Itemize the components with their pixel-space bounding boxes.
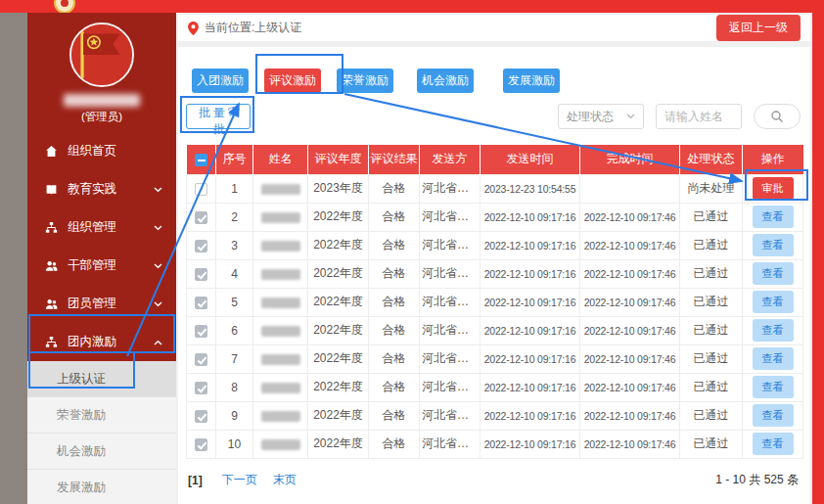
view-button[interactable]: 查看 [753, 433, 794, 455]
row-checkbox[interactable] [195, 183, 207, 196]
sidebar-item-4[interactable]: 干部管理 [27, 247, 176, 285]
tab-1[interactable]: 入团激励 [192, 69, 249, 93]
approve-button[interactable]: 审批 [753, 177, 794, 200]
redacted-name [261, 184, 300, 195]
search-button[interactable] [754, 104, 801, 129]
cell-done-time: 2022-12-10 09:17:46 [580, 288, 680, 316]
view-button[interactable]: 查看 [753, 206, 794, 228]
sidebar-item-label: 教育实践 [68, 181, 116, 198]
book-icon [45, 183, 59, 196]
sidebar-subitem-label: 上级认证 [57, 371, 106, 388]
column-header: 序号 [216, 145, 253, 174]
cell-status: 已通过 [680, 401, 743, 430]
batch-approve-button[interactable]: 批量审批 [186, 104, 251, 129]
status-filter-select[interactable]: 处理状态 [558, 104, 644, 129]
table-row: 4 2022年度 合格 河北省邯郸... 2022-12-10 09:17:16… [187, 259, 803, 288]
cell-action: 查看 [743, 259, 803, 288]
column-header: 发送时间 [481, 145, 580, 174]
cell-review-year: 2022年度 [308, 430, 369, 458]
league-emblem-logo [69, 23, 134, 87]
cell-sent-time: 2022-12-10 09:17:16 [481, 203, 580, 231]
view-button[interactable]: 查看 [753, 291, 794, 313]
table-row: 7 2022年度 合格 河北省邯郸... 2022-12-10 09:17:16… [187, 344, 803, 373]
table-body: 1 2023年度 合格 河北省邯郸... 2023-12-23 10:54:55… [187, 174, 803, 458]
sidebar-item-1[interactable]: 组织首页 [27, 132, 176, 170]
view-button[interactable]: 查看 [753, 319, 794, 342]
chevron-down-icon [154, 301, 162, 307]
cell-sender: 河北省邯郸... [420, 174, 481, 203]
main-content: 当前位置:上级认证 返回上一级 入团激励评议激励荣誉激励机会激励发展激励 批量审… [176, 13, 812, 504]
row-checkbox[interactable] [195, 297, 207, 309]
cell-status: 已通过 [680, 231, 743, 259]
cell-status: 已通过 [680, 316, 743, 344]
redacted-name [261, 354, 300, 365]
row-checkbox[interactable] [195, 268, 207, 281]
column-header: 发送方 [420, 145, 481, 174]
cell-index: 9 [216, 401, 253, 430]
sidebar-item-label: 组织首页 [68, 143, 116, 160]
row-checkbox[interactable] [195, 382, 207, 394]
cell-index: 7 [216, 344, 253, 373]
select-all-checkbox[interactable] [195, 154, 207, 166]
cell-review-year: 2022年度 [308, 373, 369, 401]
table-row: 5 2022年度 合格 河北省邯郸... 2022-12-10 09:17:16… [187, 288, 803, 316]
column-header: 评议年度 [308, 145, 369, 174]
pagination: [1] 下一页 末页 [188, 472, 312, 488]
chevron-down-icon [154, 263, 162, 269]
sidebar-submenu: 上级认证 荣誉激励 机会激励 发展激励 [27, 361, 176, 504]
view-button[interactable]: 查看 [753, 347, 794, 370]
sidebar-item-2[interactable]: 教育实践 [27, 170, 176, 208]
sidebar-subitem-2[interactable]: 荣誉激励 [27, 397, 176, 434]
sidebar-subitem-4[interactable]: 发展激励 [27, 470, 176, 504]
view-button[interactable]: 查看 [753, 404, 794, 427]
name-search-input[interactable] [656, 104, 742, 129]
sidebar-item-5[interactable]: 团员管理 [27, 285, 176, 323]
view-button[interactable]: 查看 [753, 234, 794, 256]
cell-name [253, 174, 308, 203]
table-header-row: 序号姓名评议年度评议结果发送方发送时间完成时间处理状态操作 [187, 145, 803, 174]
redacted-name [261, 439, 300, 450]
cell-name [253, 430, 308, 458]
last-page-link[interactable]: 末页 [273, 472, 297, 488]
tab-3[interactable]: 荣誉激励 [337, 69, 393, 93]
cell-index: 10 [216, 430, 253, 458]
site-logo-icon [54, 0, 75, 13]
top-bar [0, 0, 824, 13]
column-header: 操作 [743, 145, 803, 174]
redacted-name [261, 212, 300, 223]
cell-name [253, 288, 308, 316]
row-checkbox[interactable] [195, 438, 207, 451]
cell-review-year: 2022年度 [308, 401, 369, 430]
cell-name [253, 373, 308, 401]
cell-status: 已通过 [680, 373, 743, 401]
row-checkbox[interactable] [195, 240, 207, 252]
cell-index: 4 [216, 259, 253, 288]
sidebar-subitem-1[interactable]: 上级认证 [27, 361, 176, 397]
next-page-link[interactable]: 下一页 [222, 472, 257, 488]
cell-review-result: 合格 [369, 231, 420, 259]
back-button[interactable]: 返回上一级 [716, 15, 801, 41]
row-checkbox[interactable] [195, 325, 207, 338]
sidebar-item-3[interactable]: 组织管理 [27, 208, 176, 247]
row-checkbox[interactable] [195, 211, 207, 224]
cell-done-time: 2022-12-10 09:17:46 [580, 316, 680, 344]
row-checkbox[interactable] [195, 410, 207, 423]
table-row: 3 2022年度 合格 河北省邯郸... 2022-12-10 09:17:16… [187, 231, 803, 259]
cell-action: 查看 [743, 373, 803, 401]
people-icon [45, 259, 59, 272]
tab-4[interactable]: 机会激励 [417, 69, 474, 93]
sidebar-item-6[interactable]: 团内激励 [27, 323, 176, 361]
sidebar-subitem-3[interactable]: 机会激励 [27, 434, 176, 470]
table-row: 6 2022年度 合格 河北省邯郸... 2022-12-10 09:17:16… [187, 316, 803, 344]
row-checkbox[interactable] [195, 353, 207, 366]
view-button[interactable]: 查看 [753, 376, 794, 398]
view-button[interactable]: 查看 [753, 262, 794, 285]
cell-status: 已通过 [680, 259, 743, 288]
cell-review-year: 2022年度 [308, 316, 369, 344]
page-right-strip [812, 0, 824, 504]
cell-sender: 河北省邯郸... [420, 344, 481, 373]
tab-2[interactable]: 评议激励 [264, 69, 321, 93]
sidebar-item-label: 组织管理 [68, 219, 116, 236]
tab-5[interactable]: 发展激励 [503, 69, 560, 93]
column-header: 评议结果 [369, 145, 420, 174]
